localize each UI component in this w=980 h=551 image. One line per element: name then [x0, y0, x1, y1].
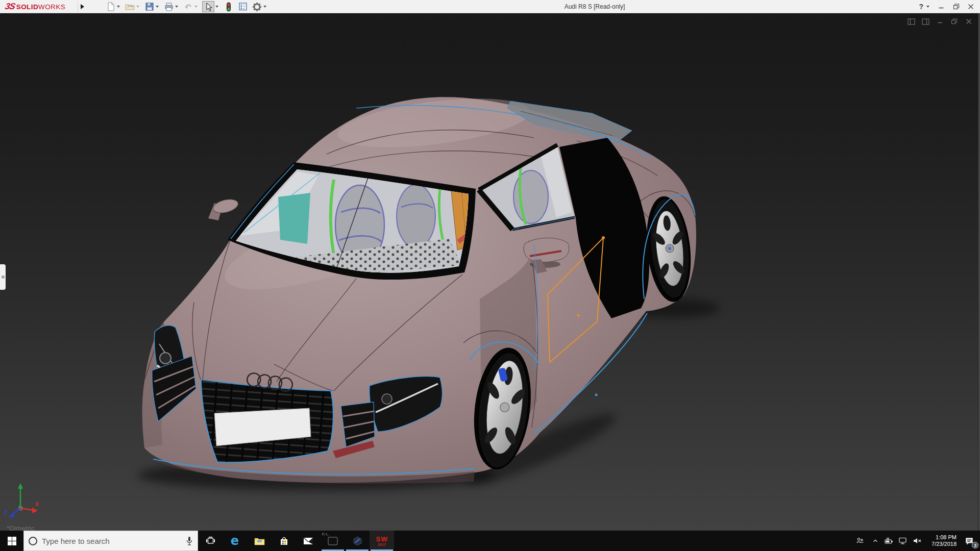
- options-gear-button[interactable]: [252, 1, 262, 12]
- taskbar-app-command-prompt[interactable]: C:\_: [321, 531, 345, 551]
- volume-button[interactable]: [910, 531, 925, 551]
- battery-button[interactable]: [882, 531, 896, 551]
- select-tool-button[interactable]: [202, 1, 214, 12]
- graphics-viewport[interactable]: X Z *Dimetric: [0, 13, 980, 531]
- document-close-icon: [966, 18, 972, 24]
- battery-charging-icon: [885, 537, 893, 545]
- file-properties-button[interactable]: [237, 1, 248, 12]
- view-orientation-label: *Dimetric: [7, 524, 35, 531]
- title-bar: 3S SOLID WORKS: [0, 0, 980, 13]
- document-restore-button[interactable]: [950, 17, 959, 26]
- flyout-arrow-icon: [81, 4, 84, 9]
- command-prompt-glyph: C:\_: [322, 532, 329, 536]
- taskbar-app-store[interactable]: [272, 531, 296, 551]
- help-button[interactable]: ?: [919, 3, 923, 11]
- notification-badge: 3: [972, 542, 978, 548]
- taskbar-app-file-explorer[interactable]: [247, 531, 272, 551]
- open-button[interactable]: [125, 1, 135, 12]
- file-explorer-icon: [254, 537, 265, 545]
- taskbar: e C:\_: [0, 531, 980, 551]
- solidworks-icon-letters: SW: [376, 536, 388, 542]
- new-document-dropdown[interactable]: [117, 6, 120, 8]
- help-dropdown[interactable]: [926, 6, 929, 8]
- document-minimize-button[interactable]: [936, 17, 944, 26]
- left-mirror[interactable]: [208, 197, 239, 220]
- minimize-button[interactable]: [937, 2, 945, 12]
- document-minimize-icon: [937, 18, 943, 24]
- system-tray: 1:08 PM 7/23/2018 3: [851, 531, 980, 551]
- print-dropdown[interactable]: [175, 6, 178, 8]
- save-button[interactable]: [144, 1, 155, 12]
- volume-muted-icon: [913, 537, 922, 545]
- mail-icon: [303, 537, 313, 545]
- window-title: Audi R8 S [Read-only]: [565, 0, 625, 13]
- save-dropdown[interactable]: [156, 6, 159, 8]
- undo-dropdown[interactable]: [194, 6, 198, 8]
- close-icon: [968, 4, 974, 10]
- pane-left-toggle-button[interactable]: [907, 17, 916, 26]
- options-dropdown[interactable]: [263, 6, 266, 8]
- search-input[interactable]: [42, 537, 181, 545]
- save-floppy-icon: [145, 2, 154, 11]
- close-button[interactable]: [967, 2, 975, 12]
- triad-z-label: Z: [4, 510, 7, 515]
- store-icon: [280, 536, 288, 545]
- new-document-icon: [106, 2, 115, 11]
- restore-icon: [953, 4, 960, 10]
- front-center-grille[interactable]: [201, 380, 333, 462]
- document-restore-icon: [951, 18, 958, 24]
- network-icon: [898, 537, 907, 545]
- people-button[interactable]: [851, 531, 868, 551]
- microphone-icon[interactable]: [186, 536, 193, 546]
- triad-y-arrow-icon: [18, 483, 23, 489]
- triad-x-arrow-icon: [32, 508, 38, 513]
- model-canvas[interactable]: [0, 13, 980, 531]
- new-document-button[interactable]: [105, 1, 116, 12]
- taskbar-app-hexagon[interactable]: [345, 531, 370, 551]
- start-button[interactable]: [0, 531, 23, 551]
- action-center-button[interactable]: 3: [959, 531, 980, 551]
- clock-date: 7/23/2018: [932, 541, 957, 547]
- sketch-point[interactable]: [595, 394, 598, 396]
- taskbar-app-edge[interactable]: e: [223, 531, 247, 551]
- task-view-icon: [206, 536, 215, 545]
- select-cursor-icon: [204, 2, 213, 11]
- solidworks-app-icon: SW 2017: [376, 536, 388, 546]
- network-button[interactable]: [896, 531, 910, 551]
- file-properties-icon: [238, 2, 248, 11]
- undo-button[interactable]: [183, 1, 193, 12]
- rebuild-stoplight-button[interactable]: [223, 1, 234, 12]
- menu-flyout-button[interactable]: [78, 1, 86, 12]
- window-controls: ?: [919, 0, 975, 13]
- command-prompt-icon: [328, 537, 338, 545]
- logo-ds-mark: 3S: [4, 2, 16, 12]
- chevron-up-icon: [872, 537, 879, 544]
- taskbar-app-solidworks[interactable]: SW 2017: [370, 531, 394, 551]
- triad-x-label: X: [35, 502, 39, 507]
- collapsed-panel-tab[interactable]: [0, 264, 6, 290]
- taskbar-app-mail[interactable]: [296, 531, 321, 551]
- document-close-button[interactable]: [964, 17, 973, 26]
- taskbar-search[interactable]: [23, 531, 198, 551]
- select-tool-dropdown[interactable]: [215, 6, 218, 8]
- pane-left-icon: [908, 18, 915, 25]
- edge-icon: e: [231, 534, 239, 548]
- quick-access-toolbar: [105, 0, 267, 13]
- undo-icon: [184, 2, 193, 11]
- clock-time: 1:08 PM: [936, 534, 957, 541]
- tray-overflow-button[interactable]: [868, 531, 882, 551]
- orientation-triad[interactable]: X Z: [3, 482, 40, 522]
- stoplight-icon: [225, 2, 232, 12]
- logo-solid-text: SOLID: [16, 3, 38, 11]
- taskbar-clock[interactable]: 1:08 PM 7/23/2018: [925, 531, 959, 551]
- restore-button[interactable]: [952, 2, 960, 12]
- people-icon: [855, 537, 864, 545]
- panel-tab-grip-icon: [2, 276, 5, 279]
- task-view-button[interactable]: [198, 531, 223, 551]
- pane-right-icon: [922, 18, 929, 25]
- open-dropdown[interactable]: [136, 6, 139, 8]
- document-window-controls: [907, 17, 973, 26]
- print-icon: [164, 2, 174, 11]
- print-button[interactable]: [163, 1, 174, 12]
- pane-right-toggle-button[interactable]: [921, 17, 930, 26]
